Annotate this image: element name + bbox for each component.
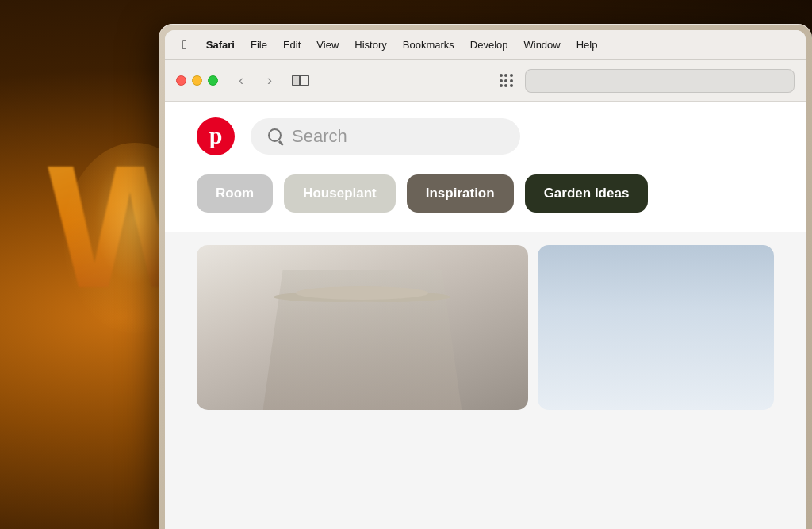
- grid-dot: [504, 79, 508, 82]
- sidebar-icon: [292, 75, 309, 86]
- menu-develop[interactable]: Develop: [462, 30, 516, 59]
- tab-overview-button[interactable]: [492, 70, 520, 92]
- chevron-right-icon: ›: [267, 72, 272, 89]
- grid-dot: [504, 84, 508, 87]
- image-card-sky[interactable]: [538, 245, 774, 410]
- forward-button[interactable]: ›: [258, 70, 282, 92]
- minimize-button[interactable]: [192, 75, 202, 86]
- menu-edit[interactable]: Edit: [275, 30, 308, 59]
- browser-content: p Search Room Houseplant Inspiration Gar…: [165, 102, 806, 529]
- close-button[interactable]: [176, 75, 186, 86]
- safari-toolbar: ‹ ›: [165, 60, 806, 102]
- grid-dot: [500, 79, 503, 82]
- screen-bezel:  Safari File Edit View History Bookmark…: [165, 30, 806, 529]
- search-bar[interactable]: Search: [251, 118, 520, 155]
- category-houseplant-pill[interactable]: Houseplant: [284, 174, 396, 213]
- category-pills: Room Houseplant Inspiration Garden Ideas: [197, 174, 774, 213]
- pinterest-logo[interactable]: p: [197, 117, 235, 155]
- pinterest-header: p Search Room Houseplant Inspiration Gar…: [165, 102, 806, 232]
- grid-dot: [500, 74, 503, 77]
- menu-window[interactable]: Window: [515, 30, 568, 59]
- pinterest-p-letter: p: [209, 122, 223, 149]
- grid-dot: [510, 79, 513, 82]
- menu-bookmarks[interactable]: Bookmarks: [395, 30, 462, 59]
- chevron-left-icon: ‹: [239, 72, 243, 89]
- image-grid: [165, 232, 806, 423]
- sidebar-toggle-button[interactable]: [286, 70, 315, 92]
- grid-icon: [500, 74, 513, 87]
- search-placeholder-text: Search: [292, 126, 347, 147]
- grid-dot: [510, 84, 513, 87]
- fullscreen-button[interactable]: [208, 75, 218, 86]
- image-card-interior[interactable]: [197, 245, 528, 410]
- pinterest-top-row: p Search: [197, 117, 774, 155]
- category-room-pill[interactable]: Room: [197, 174, 273, 213]
- menu-view[interactable]: View: [308, 30, 347, 59]
- menu-file[interactable]: File: [243, 30, 275, 59]
- grid-dot: [500, 84, 503, 87]
- grid-dot: [510, 74, 513, 77]
- address-bar[interactable]: [525, 69, 795, 93]
- search-icon: [268, 128, 284, 144]
- sky-image: [538, 245, 774, 410]
- menu-help[interactable]: Help: [569, 30, 606, 59]
- apple-menu[interactable]: : [173, 30, 197, 59]
- interior-image: [197, 245, 528, 410]
- menu-history[interactable]: History: [347, 30, 394, 59]
- category-inspiration-pill[interactable]: Inspiration: [407, 174, 514, 213]
- traffic-lights: [176, 75, 218, 86]
- menubar:  Safari File Edit View History Bookmark…: [165, 30, 806, 60]
- category-garden-pill[interactable]: Garden Ideas: [525, 174, 649, 213]
- grid-dot: [504, 74, 508, 77]
- menu-safari[interactable]: Safari: [198, 30, 243, 59]
- monitor-frame:  Safari File Edit View History Bookmark…: [159, 24, 812, 529]
- back-button[interactable]: ‹: [229, 70, 253, 92]
